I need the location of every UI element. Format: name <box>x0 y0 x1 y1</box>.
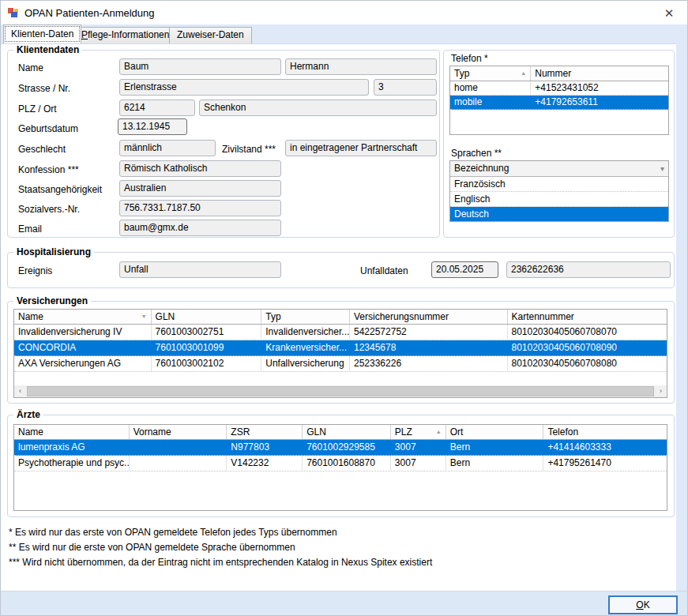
aerzte-col-name[interactable]: Name <box>14 425 130 439</box>
versicherung-row[interactable]: Invalidenversicherung IV 7601003002751 I… <box>14 325 667 340</box>
window-title: OPAN Patienten-Anmeldung <box>24 7 155 19</box>
versicherungen-col-typ[interactable]: Typ <box>261 310 350 324</box>
sprachen-title: Sprachen ** <box>451 148 502 159</box>
hausnummer-field[interactable]: 3 <box>374 79 437 96</box>
konfession-label: Konfession *** <box>18 164 79 175</box>
versicherungen-title: Versicherungen <box>13 295 91 306</box>
email-label: Email <box>18 223 42 235</box>
aerzte-col-zsr[interactable]: ZSR <box>227 425 303 439</box>
footnote-sprache: ** Es wird nur die erste von OPAN gemeld… <box>9 542 295 553</box>
unfallnummer-field[interactable]: 2362622636 <box>506 261 671 278</box>
versicherungen-col-versicherungsnummer[interactable]: Versicherungsnummer <box>350 310 508 324</box>
telefon-col-nummer[interactable]: Nummer <box>531 66 668 81</box>
plz-field[interactable]: 6214 <box>119 100 195 116</box>
email-field[interactable]: baum@gmx.de <box>119 220 281 236</box>
ort-field[interactable]: Schenkon <box>199 100 437 116</box>
konfession-field[interactable]: Römisch Katholisch <box>119 160 281 177</box>
aerzte-title: Ärzte <box>13 409 43 420</box>
arzt-row-selected[interactable]: lumenpraxis AG N977803 7601002929585 300… <box>14 440 667 456</box>
close-icon[interactable]: ✕ <box>660 5 678 22</box>
zivilstand-field[interactable]: in eingetragener Partnerschaft <box>285 140 437 156</box>
geschlecht-label: Geschlecht <box>18 144 66 155</box>
versicherungen-col-gln[interactable]: GLN <box>152 310 262 324</box>
chevron-down-icon: ▾ <box>660 161 664 176</box>
versicherungen-col-kartennummer[interactable]: Kartennummer <box>508 310 667 324</box>
aerzte-col-ort[interactable]: Ort <box>446 425 544 439</box>
sprachen-list: Bezeichnung ▾ Französisch Englisch Deuts… <box>449 160 669 222</box>
aerzte-col-gln[interactable]: GLN <box>303 425 391 439</box>
telefon-table: Typ▲ Nummer home +41523431052 mobile +41… <box>449 66 669 135</box>
app-icon <box>7 6 20 19</box>
versicherung-row-selected[interactable]: CONCORDIA 7601003001099 Krankenversicher… <box>14 340 667 356</box>
scroll-right-icon[interactable]: › <box>655 385 667 397</box>
versicherungen-col-name[interactable]: Name▼ <box>14 310 152 324</box>
ereignis-field[interactable]: Unfall <box>119 261 281 278</box>
telefon-row-selected[interactable]: mobile +41792653611 <box>450 96 668 110</box>
tab-klienten-daten[interactable]: Klienten-Daten <box>3 24 81 43</box>
zivilstand-label: Zivilstand *** <box>222 144 276 155</box>
staatsangehoerigkeit-field[interactable]: Australien <box>119 180 281 197</box>
tab-pflege-informationen[interactable]: Pflege-Informationen <box>73 27 177 43</box>
vorname-field[interactable]: Hermann <box>285 58 437 75</box>
sozialvers-label: Sozialvers.-Nr. <box>18 204 80 215</box>
tab-zuweiser-daten[interactable]: Zuweiser-Daten <box>169 27 252 43</box>
sprache-item[interactable]: Englisch <box>450 192 668 207</box>
aerzte-table: Name Vorname ZSR GLN PLZ▲ Ort Telefon lu… <box>13 424 667 511</box>
telefon-row[interactable]: home +41523431052 <box>450 81 668 96</box>
tab-strip: Klienten-Daten Pflege-Informationen Zuwe… <box>1 24 687 44</box>
window-edge <box>676 24 688 616</box>
unfalldaten-label: Unfalldaten <box>360 265 408 276</box>
telefon-title: Telefon * <box>451 53 488 64</box>
sort-asc-icon: ▲ <box>434 425 442 439</box>
sort-desc-icon: ▼ <box>139 310 147 324</box>
strasse-field[interactable]: Erlenstrasse <box>119 79 369 96</box>
aerzte-col-plz[interactable]: PLZ▲ <box>391 425 446 439</box>
klientendaten-title: Klientendaten <box>13 44 82 55</box>
strasse-label: Strasse / Nr. <box>18 83 70 94</box>
aerzte-col-telefon[interactable]: Telefon <box>543 425 667 439</box>
versicherungen-header-row: Name▼ GLN Typ Versicherungsnummer Karten… <box>14 310 667 325</box>
name-label: Name <box>18 62 43 73</box>
sort-asc-icon: ▲ <box>518 66 526 81</box>
geburtsdatum-field[interactable]: 13.12.1945 <box>118 118 187 135</box>
aerzte-header-row: Name Vorname ZSR GLN PLZ▲ Ort Telefon <box>14 425 667 440</box>
footnote-katalog: *** Wird nicht übernommen, da der Eintra… <box>9 557 432 568</box>
sprachen-header[interactable]: Bezeichnung ▾ <box>450 161 668 177</box>
footer-bar: OK <box>1 591 687 616</box>
telefon-header-row: Typ▲ Nummer <box>450 66 668 81</box>
geburtsdatum-label: Geburtsdatum <box>18 123 78 134</box>
plz-ort-label: PLZ / Ort <box>18 103 57 115</box>
hospitalisierung-title: Hospitalisierung <box>13 246 94 257</box>
versicherung-row[interactable]: AXA Versicherungen AG 7601003002102 Unfa… <box>14 356 667 372</box>
scrollbar-thumb[interactable] <box>27 386 654 396</box>
title-bar: OPAN Patienten-Anmeldung ✕ <box>1 1 687 24</box>
nachname-field[interactable]: Baum <box>119 58 281 75</box>
unfalldatum-field[interactable]: 20.05.2025 <box>431 261 498 278</box>
sprache-item[interactable]: Französisch <box>450 177 668 192</box>
geschlecht-field[interactable]: männlich <box>119 140 216 156</box>
opan-dialog: OPAN Patienten-Anmeldung ✕ Klienten-Date… <box>0 0 688 616</box>
ok-button[interactable]: OK <box>608 595 678 614</box>
aerzte-col-vorname[interactable]: Vorname <box>130 425 227 439</box>
sprache-item-selected[interactable]: Deutsch <box>450 207 668 222</box>
scroll-left-icon[interactable]: ‹ <box>14 385 26 397</box>
footnote-telefon: * Es wird nur das erste von OPAN gemelde… <box>9 527 337 538</box>
arzt-row[interactable]: Psychotherapie und psyc... V142232 76010… <box>14 456 667 471</box>
sozialvers-field[interactable]: 756.7331.7187.50 <box>119 200 281 216</box>
ereignis-label: Ereignis <box>18 265 52 276</box>
telefon-col-typ[interactable]: Typ▲ <box>450 66 531 81</box>
staatsangehoerigkeit-label: Staatsangehörigkeit <box>18 184 102 195</box>
versicherungen-hscrollbar[interactable]: ‹ › <box>14 385 667 397</box>
